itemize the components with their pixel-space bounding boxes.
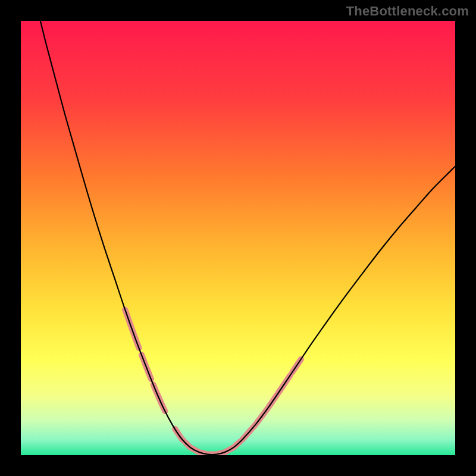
bottleneck-plot [21,21,455,455]
chart-frame: TheBottleneck.com [0,0,476,476]
watermark-text: TheBottleneck.com [346,4,469,19]
